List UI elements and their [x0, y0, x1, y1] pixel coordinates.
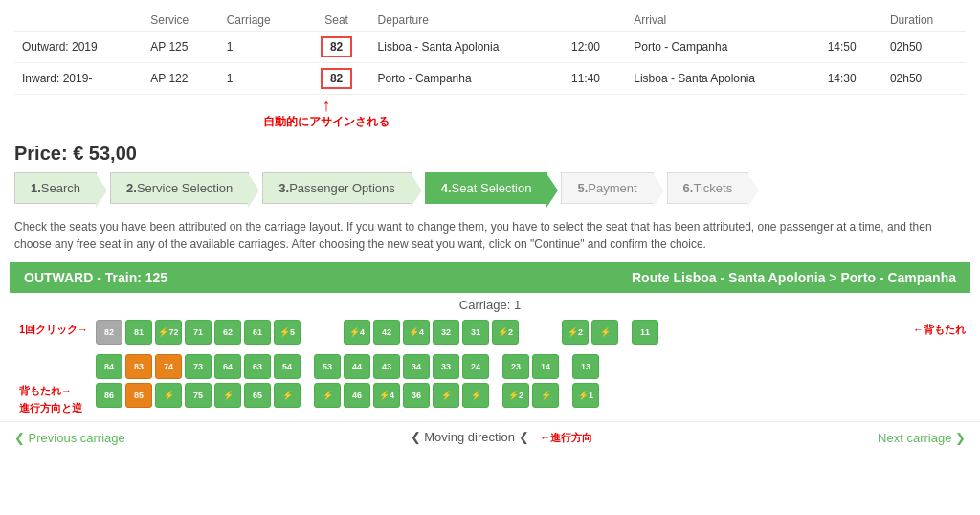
seat-spacer2	[532, 320, 559, 345]
auto-assign-annotation: 自動的にアサインされる	[263, 114, 390, 130]
seat-45[interactable]: ⚡4	[373, 383, 400, 408]
seat-14[interactable]: 14	[532, 354, 559, 379]
arr-station-inward: Lisboa - Santa Apolonia	[626, 63, 819, 95]
outward-header: OUTWARD - Train: 125 Route Lisboa - Sant…	[10, 262, 970, 293]
table-row: Inward: 2019- AP 122 1 82 Porto - Campan…	[14, 63, 966, 95]
seat-42[interactable]: 42	[373, 320, 400, 345]
footer-nav: ❮ Previous carriage ❮ Moving direction ❮…	[0, 421, 980, 453]
seat-74[interactable]: 74	[155, 354, 182, 379]
seat-spacer1	[314, 320, 341, 345]
seat-11[interactable]: 11	[632, 320, 658, 345]
seat-inward: 82	[303, 63, 370, 95]
seat-15[interactable]: ⚡1	[572, 383, 599, 408]
seat-22[interactable]: ⚡	[591, 320, 618, 345]
col-carriage: Carriage	[219, 10, 303, 32]
service-inward: AP 122	[143, 63, 218, 95]
step-search-label: 1.Search	[31, 181, 80, 195]
step-tickets-label: 6.Tickets	[683, 181, 733, 195]
step-search[interactable]: 1.Search	[14, 172, 97, 204]
col-arrival: Arrival	[626, 10, 882, 32]
seat-number-outward: 82	[321, 36, 352, 57]
seat-82[interactable]: 82	[96, 320, 122, 345]
annotation-opposite: 進行方向と逆	[19, 401, 82, 415]
arr-time-inward: 14:30	[820, 63, 882, 95]
seat-44[interactable]: 44	[344, 354, 370, 379]
seat-71[interactable]: 71	[185, 320, 212, 345]
seat-76[interactable]: ⚡	[155, 383, 182, 408]
dep-time-outward: 12:00	[564, 32, 626, 63]
carriage-inward: 1	[219, 63, 303, 95]
seat-13[interactable]: 13	[572, 354, 599, 379]
seat-31[interactable]: 31	[462, 320, 489, 345]
seat-81[interactable]: 81	[125, 320, 152, 345]
seat-72[interactable]: ⚡72	[155, 320, 182, 345]
seat-73[interactable]: 73	[185, 354, 212, 379]
step-tickets[interactable]: 6.Tickets	[667, 172, 749, 204]
carriage-label: Carriage: 1	[10, 293, 970, 315]
seat-63[interactable]: 63	[244, 354, 271, 379]
seat-52t[interactable]: ⚡5	[274, 320, 301, 345]
seat-61[interactable]: 61	[244, 320, 271, 345]
duration-outward: 02h50	[882, 32, 966, 63]
step-seat-label: 4.Seat Selection	[441, 181, 532, 195]
dep-station-outward: Lisboa - Santa Apolonia	[370, 32, 564, 63]
seat-75[interactable]: 75	[185, 383, 212, 408]
seat-25[interactable]: ⚡2	[502, 383, 529, 408]
info-text: Check the seats you have been attributed…	[0, 213, 980, 262]
col-duration: Duration	[882, 10, 966, 32]
outward-route: Route Lisboa - Santa Apolonia > Porto - …	[632, 270, 956, 285]
seat-56[interactable]: ⚡	[274, 383, 301, 408]
seat-43[interactable]: 43	[373, 354, 400, 379]
seat-42t[interactable]: ⚡4	[344, 320, 370, 345]
seat-46[interactable]: ⚡	[314, 383, 341, 408]
col-journey	[14, 10, 143, 32]
step-passenger-options[interactable]: 3.Passenger Options	[262, 172, 411, 204]
seat-36[interactable]: 36	[403, 383, 430, 408]
step-payment-label: 5.Payment	[577, 181, 636, 195]
seat-35[interactable]: ⚡	[433, 383, 459, 408]
outward-title: OUTWARD - Train: 125	[24, 270, 167, 285]
prev-carriage-link[interactable]: ❮ Previous carriage	[14, 431, 125, 445]
seat-62[interactable]: 62	[214, 320, 241, 345]
outward-section: OUTWARD - Train: 125 Route Lisboa - Sant…	[10, 262, 970, 416]
progress-steps: 1.Search 2.Service Selection 3.Passenger…	[0, 172, 980, 213]
arrow-up-icon: ↑	[323, 97, 331, 114]
service-outward: AP 125	[143, 32, 218, 63]
seat-46b[interactable]: 46	[344, 383, 370, 408]
price-display: Price: € 53,00	[0, 135, 980, 172]
annotation-backrest-left: 背もたれ→	[19, 384, 72, 398]
annotation-backrest-right: ←背もたれ	[913, 323, 966, 337]
seat-34[interactable]: 34	[403, 354, 430, 379]
seat-64[interactable]: 64	[214, 354, 241, 379]
seat-33[interactable]: 33	[433, 354, 459, 379]
carriage-outward: 1	[219, 32, 303, 63]
step-seat-selection[interactable]: 4.Seat Selection	[425, 172, 548, 204]
seat-24[interactable]: 24	[462, 354, 489, 379]
step-payment[interactable]: 5.Payment	[561, 172, 653, 204]
col-departure: Departure	[370, 10, 627, 32]
seat-outward: 82	[303, 32, 370, 63]
seat-2x[interactable]: ⚡2	[492, 320, 519, 345]
seat-number-inward: 82	[321, 68, 352, 89]
table-row: Outward: 2019 AP 125 1 82 Lisboa - Santa…	[14, 32, 966, 63]
seat-66[interactable]: ⚡	[214, 383, 241, 408]
ticket-table-section: Service Carriage Seat Departure Arrival …	[0, 0, 980, 135]
seat-83[interactable]: 83	[125, 354, 152, 379]
step-passenger-label: 3.Passenger Options	[278, 181, 394, 195]
seat-row-top: 82 81 ⚡72 71 62 61 ⚡5 ⚡4 42 ⚡4 32 31 ⚡2 …	[96, 320, 956, 345]
seat-41[interactable]: ⚡4	[403, 320, 430, 345]
dep-time-inward: 11:40	[564, 63, 626, 95]
next-carriage-link[interactable]: Next carriage ❯	[878, 431, 966, 445]
seat-84[interactable]: 84	[96, 354, 122, 379]
seat-26[interactable]: ⚡	[462, 383, 489, 408]
seat-32[interactable]: 32	[433, 320, 459, 345]
seat-53[interactable]: 53	[314, 354, 341, 379]
seat-54[interactable]: 54	[274, 354, 301, 379]
seat-23[interactable]: 23	[502, 354, 529, 379]
seat-16[interactable]: ⚡	[532, 383, 559, 408]
seat-86[interactable]: 86	[96, 383, 122, 408]
seat-65[interactable]: 65	[244, 383, 271, 408]
seat-85[interactable]: 85	[125, 383, 152, 408]
step-service-selection[interactable]: 2.Service Selection	[110, 172, 249, 204]
seat-2r[interactable]: ⚡2	[562, 320, 589, 345]
